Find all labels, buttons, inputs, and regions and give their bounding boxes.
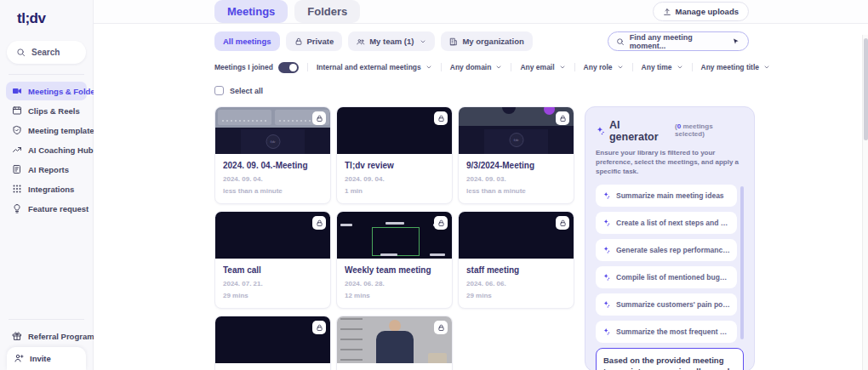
sidebar-item[interactable]: Feature request	[6, 199, 87, 218]
meeting-card[interactable]: tl;dv How to Start an Ecommerce B...	[336, 316, 453, 370]
sidebar-item-icon	[12, 86, 22, 96]
gift-icon	[12, 331, 22, 341]
sidebar-item[interactable]: Meeting templates	[6, 121, 87, 139]
ai-prompt-button[interactable]: Summarize customers' pain points	[596, 293, 737, 316]
sidebar-item-referral-program[interactable]: Referral Program	[6, 327, 87, 345]
page-scrollbar-thumb[interactable]	[864, 38, 868, 140]
sidebar-search[interactable]: Search	[7, 41, 86, 64]
sidebar-item[interactable]: Integrations	[6, 179, 87, 198]
meeting-title: 2024. 09. 04.-Meeting	[223, 161, 323, 170]
sidebar-item-label: Integrations	[28, 185, 74, 194]
meeting-duration: 29 mins	[466, 292, 566, 299]
filter-dropdown[interactable]: Any role	[574, 63, 632, 71]
filter-dropdown-label: Any meeting title	[701, 63, 759, 71]
chip-label: Private	[307, 37, 334, 46]
scope-chip[interactable]: My team (1)	[348, 31, 435, 51]
filter-dropdown-label: Any time	[642, 63, 672, 71]
ai-prompt-label: Compile list of mentioned bugs/technical…	[616, 273, 730, 282]
page-scrollbar[interactable]	[862, 35, 868, 370]
sidebar-divider	[9, 74, 84, 75]
sidebar-item-icon	[12, 125, 22, 135]
lock-icon	[434, 111, 448, 125]
meeting-title: Tl;dv review	[345, 161, 444, 170]
filter-dropdown[interactable]: Any time	[632, 63, 692, 71]
meetings-grid: tl;dv 2024. 09. 04.-Meeting 2024. 09	[214, 106, 574, 370]
ai-task-textarea[interactable]	[596, 348, 744, 370]
ai-prompt-button[interactable]: Generate sales rep performance report	[596, 239, 737, 261]
main-content: Meetings Folders Manage uploads All mee	[94, 0, 868, 370]
meeting-card[interactable]: tl;dv Tl;dv review 2024. 09. 04.	[336, 106, 453, 204]
meeting-thumbnail: tl;dv	[459, 212, 574, 259]
ai-prompt-button[interactable]: Create a list of next steps and action i…	[596, 212, 737, 234]
sidebar-bottom-divider	[9, 319, 84, 320]
meeting-card[interactable]: tl;dv Weekly team meeting 2024. 06.	[336, 211, 453, 309]
sidebar-item-label: AI Coaching Hub	[28, 145, 94, 155]
chip-label: My organization	[462, 37, 523, 46]
ai-generator-panel: AI generator (0 meetings selected) Ensur…	[585, 106, 755, 370]
filter-dropdown[interactable]: Internal and external meetings	[307, 63, 441, 71]
sidebar-item-label: AI Reports	[28, 165, 69, 174]
sparkle-icon	[602, 327, 611, 336]
app-window: tl;dv Search Meetings & Folders Clips & …	[0, 0, 868, 370]
prompt-list-scrollbar[interactable]	[740, 186, 744, 339]
filter-dropdown-label: Any email	[520, 63, 554, 71]
meeting-card[interactable]: tl;dv Meeting transcript 2024. 05. 1	[214, 316, 331, 370]
sparkle-icon	[602, 273, 611, 282]
moment-search-input[interactable]: Find any meeting moment...	[608, 31, 749, 51]
referral-program-label: Referral Program	[28, 332, 94, 341]
scope-chip[interactable]: All meetings	[214, 31, 280, 51]
ai-prompt-button[interactable]: Summarize main meeting ideas	[596, 185, 737, 207]
tldv-logo: tl;dv	[0, 0, 93, 36]
view-tab[interactable]: Folders	[294, 0, 360, 23]
sidebar-item-invite[interactable]: Invite	[7, 347, 86, 370]
select-all-checkbox[interactable]	[214, 86, 224, 95]
meeting-date: 2024. 09. 04.	[345, 175, 444, 183]
meeting-card[interactable]: tl;dv Team call 2024. 07. 21.	[214, 211, 331, 309]
chip-label: My team (1)	[369, 37, 414, 46]
chevron-down-icon	[425, 64, 432, 71]
ai-generator-title: AI generator	[609, 119, 671, 143]
ai-prompt-label: Summarize the most frequent customer ...	[616, 327, 730, 336]
filter-dropdown-label: Internal and external meetings	[317, 63, 421, 71]
sidebar-item-icon	[12, 203, 22, 213]
chip-icon	[449, 37, 458, 46]
sidebar-item[interactable]: AI Coaching Hub	[6, 140, 87, 159]
lock-icon	[556, 111, 569, 125]
chevron-down-icon	[763, 64, 770, 71]
ai-generator-subtitle: Ensure your library is filtered to your …	[596, 148, 744, 177]
filter-dropdown[interactable]: Any email	[511, 63, 574, 71]
meeting-card[interactable]: tl;dv 9/3/2024-Meeting 2024. 09. 03.	[458, 106, 574, 204]
meeting-duration: 12 mins	[345, 292, 444, 299]
sidebar-item-label: Feature request	[28, 204, 89, 213]
ai-prompt-button[interactable]: Summarize the most frequent customer ...	[596, 321, 737, 343]
sidebar-item[interactable]: AI Reports	[6, 160, 87, 179]
ai-prompt-list: Summarize main meeting ideas Create a li…	[596, 185, 744, 343]
meeting-title: staff meeting	[466, 265, 566, 275]
sidebar: tl;dv Search Meetings & Folders Clips & …	[0, 0, 94, 370]
manage-uploads-button[interactable]: Manage uploads	[653, 2, 749, 21]
filter-dropdown[interactable]: Any domain	[441, 63, 511, 71]
chevron-down-icon	[617, 64, 624, 71]
sparkle-icon	[602, 246, 611, 254]
ai-prompt-button[interactable]: Compile list of mentioned bugs/technical…	[596, 266, 737, 288]
lock-icon	[556, 216, 569, 230]
meeting-card[interactable]: tl;dv 2024. 09. 04.-Meeting 2024. 09	[214, 106, 331, 204]
view-tab[interactable]: Meetings	[214, 0, 288, 23]
lock-icon	[434, 216, 448, 230]
filter-dropdown[interactable]: Any meeting title	[692, 63, 779, 71]
meeting-thumbnail: tl;dv	[215, 212, 330, 259]
sidebar-item-label: Meeting templates	[28, 126, 99, 135]
sidebar-item[interactable]: Clips & Reels	[6, 101, 87, 120]
invite-label: Invite	[30, 354, 51, 363]
meeting-date: 2024. 09. 04.	[223, 175, 323, 183]
scope-chip[interactable]: Private	[286, 31, 343, 51]
meeting-date: 2024. 07. 21.	[223, 280, 323, 287]
scope-chip[interactable]: My organization	[441, 31, 532, 51]
sidebar-item-icon	[12, 164, 22, 174]
chevron-down-icon	[495, 64, 502, 71]
select-all-label: Select all	[230, 87, 263, 95]
meeting-card[interactable]: tl;dv staff meeting 2024. 06. 06.	[458, 211, 574, 309]
filter-row: All meetings Private My team (1)	[214, 31, 749, 51]
meetings-i-joined-toggle[interactable]	[278, 62, 299, 73]
sidebar-item[interactable]: Meetings & Folders	[6, 82, 87, 100]
